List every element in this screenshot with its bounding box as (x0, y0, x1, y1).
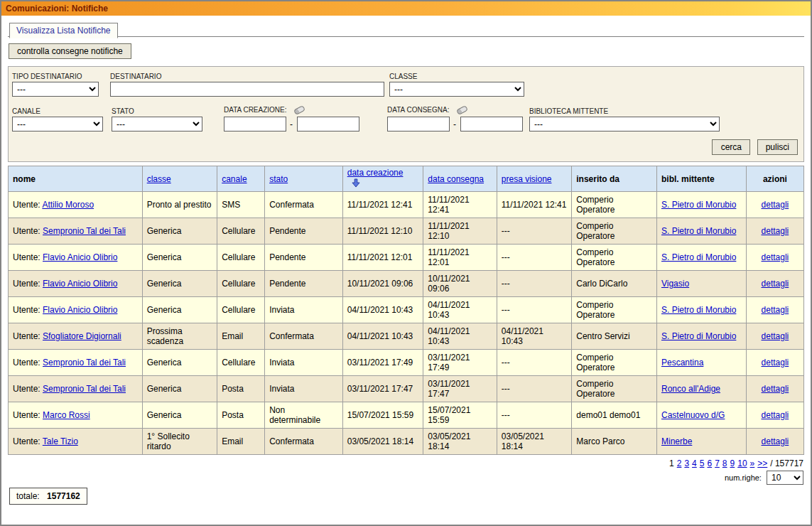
header-classe-link[interactable]: classe (147, 174, 171, 184)
cerca-button[interactable]: cerca (712, 139, 750, 155)
stato-select[interactable]: --- (112, 117, 202, 132)
data-consegna-from-input[interactable] (387, 117, 450, 132)
cell-bibl-mittente: Pescantina (656, 350, 746, 376)
nome-link[interactable]: Flavio Anicio Olibrio (43, 279, 117, 289)
table-row: Utente: Sempronio Tal dei Tali Generica … (9, 376, 804, 402)
header-presa-visione-link[interactable]: presa visione (502, 174, 552, 184)
data-creazione-from-input[interactable] (224, 117, 286, 132)
pagination-page-link[interactable]: 2 (677, 458, 682, 468)
eraser-icon[interactable] (293, 105, 305, 115)
dettagli-link[interactable]: dettagli (762, 252, 789, 262)
cell-bibl-mittente: S. Pietro di Morubio (656, 323, 746, 350)
stato-label: STATO (112, 107, 134, 115)
cell-classe: 1° Sollecito ritardo (142, 429, 217, 455)
table-row: Utente: Marco Rossi Generica Posta Non d… (9, 402, 804, 429)
pagination-page-link[interactable]: 10 (737, 458, 747, 468)
header-data-creazione-link[interactable]: data creazione (347, 168, 404, 178)
header-data-consegna-link[interactable]: data consegna (428, 174, 484, 184)
dettagli-link[interactable]: dettagli (762, 226, 789, 236)
cell-bibl-mittente: Minerbe (656, 429, 746, 455)
data-creazione-separator: - (290, 119, 293, 129)
nome-link[interactable]: Sempronio Tal dei Tali (43, 384, 126, 394)
header-stato-link[interactable]: stato (269, 174, 288, 184)
table-row: Utente: Sfogliatore Digiornali Prossima … (9, 323, 804, 350)
data-consegna-to-input[interactable] (460, 117, 523, 132)
rows-per-page-select[interactable]: 10 (767, 471, 803, 485)
cell-azioni: dettagli (746, 402, 803, 429)
tipo-destinatario-select[interactable]: --- (12, 82, 99, 97)
nome-prefix: Utente: (13, 331, 43, 341)
bibl-mittente-link[interactable]: Ronco all'Adige (661, 384, 720, 394)
app-window: Comunicazioni: Notifiche Visualizza List… (0, 0, 812, 526)
pagination-page-link[interactable]: 8 (722, 458, 727, 468)
classe-select[interactable]: --- (389, 82, 524, 97)
bibl-mittente-link[interactable]: S. Pietro di Morubio (661, 305, 736, 315)
bibl-mittente-link[interactable]: S. Pietro di Morubio (661, 200, 736, 210)
cell-data-creazione: 10/11/2021 09:06 (342, 271, 423, 297)
eraser-icon[interactable] (456, 105, 468, 115)
bibl-mittente-link[interactable]: Minerbe (661, 436, 692, 446)
cell-canale: Posta (217, 402, 265, 429)
cell-bibl-mittente: Vigasio (656, 271, 746, 297)
nome-link[interactable]: Tale Tizio (43, 436, 78, 446)
cell-inserito-da: Carlo DiCarlo (572, 271, 657, 297)
bibl-mittente-link[interactable]: S. Pietro di Morubio (661, 252, 736, 262)
pagination-page-link[interactable]: 7 (715, 458, 720, 468)
destinatario-input[interactable] (110, 82, 384, 97)
pagination-page-link[interactable]: 5 (700, 458, 705, 468)
total-box: totale: 1577162 (9, 488, 87, 505)
dettagli-link[interactable]: dettagli (762, 305, 789, 315)
bibl-mittente-link[interactable]: Vigasio (661, 279, 689, 289)
cell-inserito-da: Centro Servizi (572, 323, 657, 350)
bibl-mittente-link[interactable]: Castelnuovo d/G (661, 410, 725, 420)
canale-select[interactable]: --- (12, 117, 103, 132)
pagination-page-link[interactable]: 4 (692, 458, 697, 468)
cell-inserito-da: Comperio Operatore (572, 376, 657, 402)
cell-canale: Cellulare (217, 350, 265, 376)
pagination-page-link[interactable]: 6 (707, 458, 712, 468)
dettagli-link[interactable]: dettagli (762, 384, 789, 394)
pagination-last-link[interactable]: >> (757, 458, 767, 468)
dettagli-link[interactable]: dettagli (762, 410, 789, 420)
action-row: controlla consegne notifiche (9, 43, 804, 59)
nome-link[interactable]: Marco Rossi (43, 410, 90, 420)
nome-link[interactable]: Attilio Moroso (42, 200, 94, 210)
dettagli-link[interactable]: dettagli (762, 358, 789, 367)
cell-azioni: dettagli (746, 218, 803, 245)
bibl-mittente-link[interactable]: Pescantina (661, 358, 703, 367)
dettagli-link[interactable]: dettagli (762, 200, 789, 210)
sort-desc-icon[interactable] (352, 178, 360, 188)
data-creazione-to-input[interactable] (297, 117, 359, 132)
bibl-mittente-link[interactable]: S. Pietro di Morubio (661, 331, 736, 341)
dettagli-link[interactable]: dettagli (762, 279, 789, 289)
data-consegna-separator: - (453, 119, 456, 129)
nome-link[interactable]: Sempronio Tal dei Tali (43, 226, 126, 236)
cell-classe: Generica (142, 218, 217, 245)
nome-link[interactable]: Sempronio Tal dei Tali (43, 358, 126, 367)
nome-prefix: Utente: (13, 358, 43, 367)
controlla-consegne-button[interactable]: controlla consegne notifiche (9, 43, 131, 59)
pagination-page-link[interactable]: 3 (684, 458, 689, 468)
dettagli-link[interactable]: dettagli (762, 331, 789, 341)
cell-classe: Prossima scadenza (142, 323, 217, 350)
nome-link[interactable]: Flavio Anicio Olibrio (43, 305, 117, 315)
tab-visualizza-lista-notifiche[interactable]: Visualizza Lista Notifiche (9, 23, 118, 38)
bibl-mittente-link[interactable]: S. Pietro di Morubio (661, 226, 736, 236)
pagination-page-link[interactable]: 9 (730, 458, 735, 468)
dettagli-link[interactable]: dettagli (762, 436, 789, 446)
nome-link[interactable]: Sfogliatore Digiornali (43, 331, 121, 341)
biblioteca-mittente-select[interactable]: --- (529, 117, 720, 132)
cell-inserito-da: Marco Parco (572, 429, 657, 455)
pagination-next-link[interactable]: » (750, 458, 755, 468)
cell-classe: Generica (142, 376, 217, 402)
destinatario-label: DESTINATARIO (110, 73, 161, 80)
nome-link[interactable]: Flavio Anicio Olibrio (43, 252, 117, 262)
header-canale: canale (217, 166, 265, 192)
nome-prefix: Utente: (13, 384, 43, 394)
cell-canale: Email (217, 323, 265, 350)
data-consegna-label: DATA CONSEGNA: (387, 106, 449, 114)
cell-canale: Cellulare (217, 218, 265, 245)
pulisci-button[interactable]: pulisci (757, 139, 798, 155)
cell-data-creazione: 03/11/2021 17:47 (342, 376, 423, 402)
header-canale-link[interactable]: canale (222, 174, 247, 184)
